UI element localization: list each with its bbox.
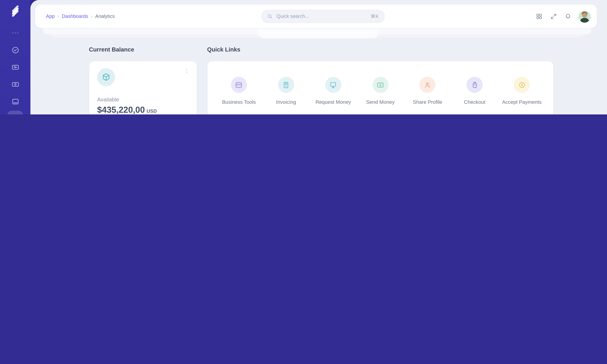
activity-card-icon <box>11 63 19 71</box>
header-actions <box>535 5 591 28</box>
quick-link-accept-payments[interactable]: $ Accept Payments <box>498 77 545 105</box>
svg-text:$: $ <box>521 83 523 87</box>
available-label: Available <box>97 96 119 103</box>
quick-link-checkout[interactable]: Checkout <box>451 77 498 105</box>
sidebar-item-activity[interactable] <box>11 62 20 72</box>
ledger-book-icon <box>11 97 19 105</box>
quick-links-row: Business Tools Invoicing Request Money <box>215 77 545 105</box>
breadcrumb: App › Dashboards › Analytics <box>46 14 115 19</box>
quick-link-share-profile[interactable]: Share Profile <box>404 77 451 105</box>
wallet-bill-icon <box>11 80 19 88</box>
dashboard-icon <box>11 46 19 54</box>
sidebar-divider-dots-icon <box>11 28 20 37</box>
quick-link-request-money[interactable]: Request Money <box>310 77 357 105</box>
breadcrumb-dashboards[interactable]: Dashboards <box>62 14 88 19</box>
top-header: App › Dashboards › Analytics ⌘K <box>35 5 597 28</box>
balance-amount: $435,220,00 <box>97 105 145 114</box>
section-title-current-balance: Current Balance <box>89 46 134 52</box>
send-money-icon: $ <box>372 77 388 93</box>
quick-link-business-tools[interactable]: Business Tools <box>215 77 263 105</box>
notifications-bell-icon[interactable] <box>564 13 572 20</box>
quick-links-card: Business Tools Invoicing Request Money <box>207 61 554 114</box>
browser-icon <box>231 77 247 93</box>
sidebar-item-payments-terminal[interactable] <box>11 114 20 115</box>
balance-currency: USD <box>147 108 157 114</box>
apps-grid-icon[interactable] <box>535 13 543 20</box>
breadcrumb-app[interactable]: App <box>46 14 55 19</box>
app-logo-icon[interactable] <box>10 6 20 16</box>
sidebar-item-wallet[interactable] <box>11 79 20 89</box>
section-title-quick-links: Quick Links <box>207 46 240 52</box>
cube-icon <box>97 68 115 86</box>
breadcrumb-separator: › <box>57 14 59 19</box>
main-content: App › Dashboards › Analytics ⌘K <box>30 0 607 114</box>
current-balance-card: ⋮ Available $435,220,00 USD Setup auto t… <box>89 61 197 114</box>
request-money-icon <box>325 77 341 93</box>
app-window: App › Dashboards › Analytics ⌘K <box>0 0 607 114</box>
quick-link-send-money[interactable]: $ Send Money <box>357 77 404 105</box>
sidebar-item-dashboard[interactable] <box>11 45 20 54</box>
breadcrumb-separator: › <box>91 14 92 19</box>
search-shortcut: ⌘K <box>370 14 379 19</box>
invoice-icon <box>278 77 294 93</box>
search-input[interactable] <box>276 13 368 20</box>
svg-text:$: $ <box>380 83 381 86</box>
kebab-menu-icon[interactable]: ⋮ <box>182 67 191 74</box>
quick-link-invoicing[interactable]: Invoicing <box>263 77 310 105</box>
sidebar-item-ledger[interactable] <box>11 97 20 106</box>
sidebar <box>0 0 30 114</box>
search-icon <box>267 14 273 19</box>
user-avatar[interactable] <box>579 10 591 23</box>
accept-payments-coin-icon: $ <box>514 77 530 93</box>
quick-search[interactable]: ⌘K <box>262 10 385 23</box>
share-profile-icon <box>420 77 435 93</box>
checkout-bag-icon <box>467 77 483 93</box>
fullscreen-icon[interactable] <box>550 13 557 20</box>
breadcrumb-analytics: Analytics <box>95 14 115 19</box>
